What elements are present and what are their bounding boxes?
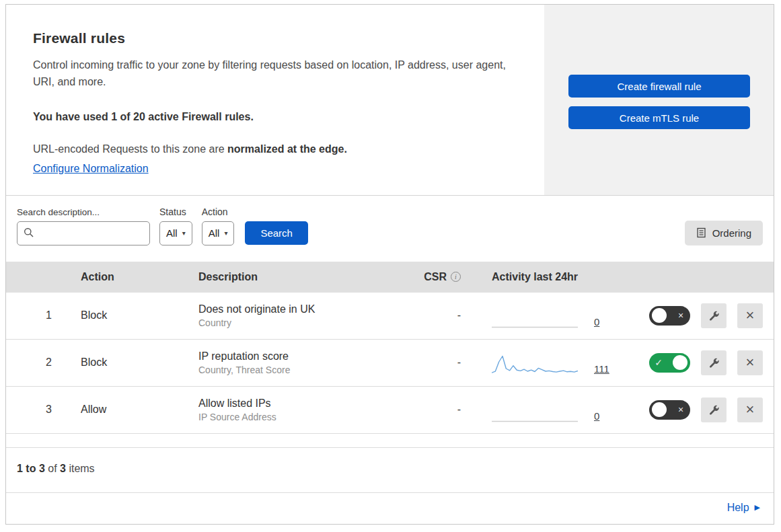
close-icon: × (746, 355, 755, 370)
rule-controls: × × (649, 303, 763, 328)
rule-action: Block (81, 309, 198, 321)
rule-description: Does not originate in UK (198, 303, 417, 315)
search-button[interactable]: Search (245, 221, 308, 245)
activity-count-link[interactable]: 111 (594, 363, 609, 375)
rule-action: Block (81, 356, 198, 369)
activity-column-header: Activity last 24hr (481, 271, 763, 283)
ordering-button-label: Ordering (712, 227, 751, 239)
rule-description: Allow listed IPs (198, 397, 417, 410)
edit-rule-button[interactable] (701, 350, 727, 375)
edit-rule-button[interactable] (701, 303, 727, 328)
csr-value: - (417, 356, 481, 369)
page-description: Control incoming traffic to your zone by… (33, 57, 517, 91)
activity-count-link[interactable]: 0 (594, 316, 599, 328)
wrench-icon (708, 357, 720, 369)
table-row: 1 Block Does not originate in UK Country… (6, 293, 774, 340)
header-text-area: Firewall rules Control incoming traffic … (6, 5, 544, 195)
items-of: of (45, 463, 60, 474)
rule-enabled-toggle[interactable]: ✓ (649, 353, 690, 373)
rule-priority: 3 (17, 404, 81, 416)
action-select-value: All (209, 227, 220, 239)
delete-rule-button[interactable]: × (737, 397, 763, 422)
close-icon: × (746, 308, 755, 323)
description-column-header: Description (198, 271, 417, 283)
search-group: Search description... (17, 207, 150, 245)
activity-cell: 0 × × (481, 397, 763, 422)
normalization-prefix: URL-encoded Requests to this zone are (33, 143, 227, 155)
search-label: Search description... (17, 207, 150, 217)
create-mtls-rule-button[interactable]: Create mTLS rule (568, 106, 750, 129)
rule-enabled-toggle[interactable]: × (649, 400, 690, 420)
table-header-row: Action Description CSR i Activity last 2… (6, 262, 774, 293)
normalization-bold: normalized at the edge. (227, 143, 347, 155)
rule-priority: 1 (17, 309, 81, 321)
csr-value: - (417, 309, 481, 321)
ordering-button[interactable]: Ordering (685, 221, 763, 245)
normalization-note: URL-encoded Requests to this zone are no… (33, 143, 517, 155)
chevron-down-icon: ▾ (224, 229, 227, 237)
activity-cell: 111 ✓ × (481, 350, 763, 375)
search-icon (24, 227, 34, 238)
page-title: Firewall rules (33, 30, 517, 46)
pagination-summary: 1 to 3 of 3 items (6, 448, 774, 492)
activity-cell: 0 × × (481, 303, 763, 328)
csr-value: - (417, 404, 481, 416)
activity-sparkline (492, 401, 578, 422)
status-label: Status (159, 206, 192, 217)
configure-normalization-link[interactable]: Configure Normalization (33, 163, 149, 174)
rule-controls: × × (649, 397, 763, 422)
rule-criteria: IP Source Address (198, 412, 417, 422)
filter-bar: Search description... Status All ▾ Actio… (6, 196, 774, 262)
items-range: 1 to 3 (17, 463, 45, 474)
delete-rule-button[interactable]: × (737, 303, 763, 328)
help-arrow-icon: ▶ (755, 504, 760, 511)
action-label: Action (202, 206, 235, 217)
usage-note: You have used 1 of 20 active Firewall ru… (33, 111, 517, 123)
create-firewall-rule-button[interactable]: Create firewall rule (568, 75, 750, 98)
firewall-rules-page: Firewall rules Control incoming traffic … (5, 4, 774, 525)
table-row: 3 Allow Allow listed IPs IP Source Addre… (6, 387, 774, 434)
action-select[interactable]: All ▾ (202, 221, 235, 245)
items-total: 3 (60, 463, 66, 474)
action-filter-group: Action All ▾ (202, 206, 235, 245)
table-row: 2 Block IP reputation score Country, Thr… (6, 340, 774, 387)
rule-criteria: Country (198, 317, 417, 328)
status-select[interactable]: All ▾ (159, 221, 192, 245)
rule-controls: ✓ × (649, 350, 763, 375)
close-icon: × (746, 402, 755, 417)
search-description-input[interactable] (17, 221, 150, 245)
help-link[interactable]: Help ▶ (727, 502, 760, 514)
table-bottom-divider (6, 434, 774, 448)
rule-description: IP reputation score (198, 350, 417, 363)
status-select-value: All (166, 227, 178, 239)
edit-rule-button[interactable] (701, 397, 727, 422)
rule-action: Allow (81, 404, 198, 416)
status-filter-group: Status All ▾ (159, 206, 192, 245)
search-box (17, 221, 150, 245)
rule-criteria: Country, Threat Score (198, 365, 417, 375)
rule-description-cell: Allow listed IPs IP Source Address (198, 397, 417, 422)
activity-sparkline (492, 307, 578, 328)
items-word: items (66, 463, 95, 474)
help-label: Help (727, 502, 749, 514)
ordering-list-icon (696, 227, 706, 238)
info-icon[interactable]: i (451, 272, 461, 282)
wrench-icon (708, 404, 720, 416)
action-column-header: Action (81, 271, 198, 283)
activity-count-link[interactable]: 0 (594, 410, 599, 422)
header-section: Firewall rules Control incoming traffic … (6, 5, 774, 196)
csr-column-header: CSR i (417, 271, 481, 283)
activity-sparkline (492, 354, 578, 375)
csr-header-label: CSR (424, 271, 447, 283)
rule-description-cell: Does not originate in UK Country (198, 303, 417, 328)
rule-priority: 2 (17, 356, 81, 369)
help-bar: Help ▶ (6, 492, 774, 524)
rule-description-cell: IP reputation score Country, Threat Scor… (198, 350, 417, 375)
wrench-icon (708, 310, 720, 321)
delete-rule-button[interactable]: × (737, 350, 763, 375)
rule-enabled-toggle[interactable]: × (649, 306, 690, 326)
chevron-down-icon: ▾ (182, 229, 186, 237)
header-actions-panel: Create firewall rule Create mTLS rule (544, 5, 774, 195)
